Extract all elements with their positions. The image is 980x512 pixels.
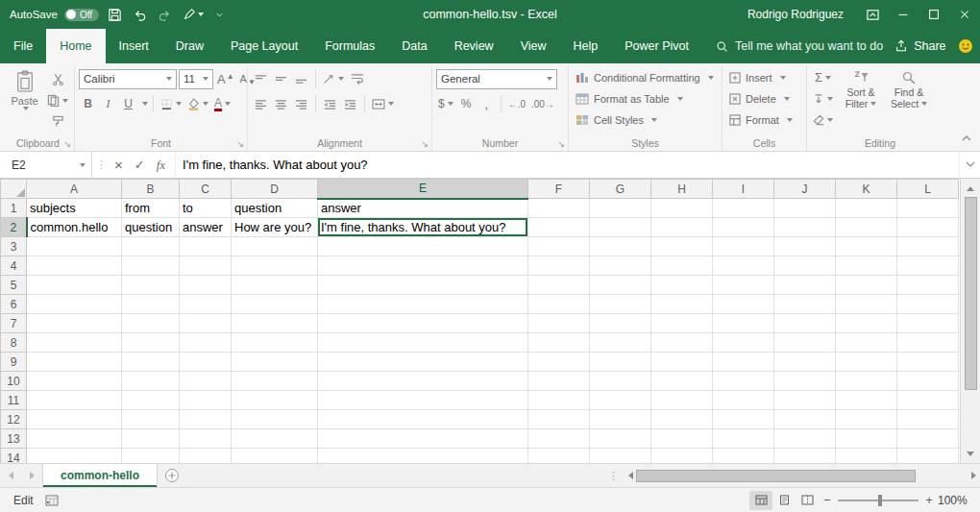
cell-B5[interactable] — [122, 276, 180, 295]
font-name-select[interactable]: Calibri — [79, 69, 177, 89]
cell-H8[interactable] — [651, 333, 713, 353]
cell-K6[interactable] — [836, 295, 897, 314]
cell-F3[interactable] — [528, 237, 590, 256]
cell-K11[interactable] — [836, 391, 897, 410]
cell-I3[interactable] — [713, 237, 774, 256]
sheet-nav-right-button[interactable] — [21, 464, 42, 487]
cell-I10[interactable] — [713, 372, 774, 391]
cell-F8[interactable] — [528, 333, 590, 353]
cell-B6[interactable] — [122, 295, 180, 314]
cell-A12[interactable] — [27, 410, 122, 429]
cell-B10[interactable] — [122, 372, 180, 391]
cell-L2[interactable] — [897, 218, 959, 237]
tab-file[interactable]: File — [0, 29, 46, 63]
cell-E6[interactable] — [318, 295, 528, 314]
cell-J14[interactable] — [774, 449, 836, 464]
cell-K3[interactable] — [836, 237, 897, 256]
cell-D11[interactable] — [232, 391, 318, 410]
row-header-1[interactable]: 1 — [1, 199, 27, 218]
cell-L8[interactable] — [897, 333, 959, 353]
cell-L1[interactable] — [897, 199, 959, 218]
cell-J6[interactable] — [774, 295, 836, 314]
cell-I2[interactable] — [713, 218, 774, 237]
cell-H7[interactable] — [651, 314, 713, 333]
normal-view-button[interactable] — [749, 491, 772, 510]
cell-E14[interactable] — [318, 449, 528, 464]
cancel-entry-button[interactable]: × — [114, 157, 123, 173]
cell-L14[interactable] — [897, 449, 959, 464]
cell-F6[interactable] — [528, 295, 590, 314]
cell-H4[interactable] — [651, 256, 713, 276]
cell-G1[interactable] — [590, 199, 651, 218]
cell-L10[interactable] — [897, 372, 959, 391]
cell-F1[interactable] — [528, 199, 590, 218]
formula-bar-expand-button[interactable] — [959, 152, 980, 178]
insert-cells-button[interactable]: Insert — [726, 67, 789, 87]
autosave-toggle[interactable]: Off — [64, 9, 99, 21]
cell-H13[interactable] — [651, 429, 713, 449]
cell-L13[interactable] — [897, 429, 959, 449]
cell-K1[interactable] — [836, 199, 897, 218]
italic-button[interactable]: I — [99, 94, 117, 114]
cell-B7[interactable] — [122, 314, 180, 333]
find-select-button[interactable]: Find & Select — [887, 67, 931, 110]
alignment-dialog-launcher[interactable]: ↘ — [421, 140, 429, 149]
row-header-2[interactable]: 2 — [1, 218, 27, 237]
undo-button[interactable] — [131, 6, 149, 24]
cell-H11[interactable] — [651, 391, 713, 410]
cell-A8[interactable] — [27, 333, 122, 353]
align-middle-button[interactable] — [272, 69, 290, 89]
cell-E1[interactable]: answer — [318, 199, 528, 218]
user-name[interactable]: Rodrigo Rodriguez — [747, 8, 844, 21]
cell-E8[interactable] — [318, 333, 528, 353]
cell-I14[interactable] — [713, 449, 774, 464]
save-button[interactable] — [106, 6, 124, 24]
font-size-select[interactable]: 11 — [179, 69, 213, 89]
cell-D7[interactable] — [232, 314, 318, 333]
column-header-E[interactable]: E — [318, 180, 528, 199]
cell-G13[interactable] — [590, 429, 651, 449]
share-button[interactable]: Share — [883, 29, 957, 63]
cell-K8[interactable] — [836, 333, 897, 353]
cell-G6[interactable] — [590, 295, 651, 314]
row-header-11[interactable]: 11 — [1, 391, 27, 410]
cell-J2[interactable] — [774, 218, 836, 237]
cell-B3[interactable] — [122, 237, 180, 256]
cell-E9[interactable] — [318, 353, 528, 372]
borders-button[interactable] — [159, 94, 184, 114]
underline-button[interactable]: U — [119, 94, 137, 114]
decrease-decimal-button[interactable]: .00→ — [529, 94, 556, 114]
column-header-K[interactable]: K — [836, 180, 897, 199]
cell-I4[interactable] — [713, 256, 774, 276]
clipboard-dialog-launcher[interactable]: ↘ — [63, 140, 71, 149]
tab-help[interactable]: Help — [560, 29, 612, 63]
autosum-button[interactable]: Σ — [811, 67, 835, 87]
row-header-3[interactable]: 3 — [1, 237, 27, 256]
column-header-L[interactable]: L — [897, 180, 959, 199]
cell-D6[interactable] — [232, 295, 318, 314]
tab-draw[interactable]: Draw — [162, 29, 217, 63]
cell-I7[interactable] — [713, 314, 774, 333]
column-header-I[interactable]: I — [713, 180, 774, 199]
percent-format-button[interactable]: % — [457, 94, 476, 114]
insert-function-button[interactable]: fx — [157, 158, 165, 173]
column-header-C[interactable]: C — [180, 180, 232, 199]
cell-I12[interactable] — [713, 410, 774, 429]
tab-power-pivot[interactable]: Power Pivot — [611, 29, 702, 63]
zoom-slider-thumb[interactable] — [878, 495, 882, 506]
cell-A2[interactable]: common.hello — [27, 218, 122, 237]
cell-B1[interactable]: from — [122, 199, 180, 218]
cell-F4[interactable] — [528, 256, 590, 276]
cell-A14[interactable] — [27, 449, 122, 464]
redo-button[interactable] — [156, 6, 174, 24]
cell-styles-button[interactable]: Cell Styles — [573, 110, 660, 130]
cell-H1[interactable] — [651, 199, 713, 218]
cell-C10[interactable] — [180, 372, 232, 391]
sheet-tab-common-hello[interactable]: common-hello — [42, 464, 158, 487]
orientation-button[interactable] — [321, 69, 346, 89]
cell-E4[interactable] — [318, 256, 528, 276]
cell-G8[interactable] — [590, 333, 651, 353]
cell-J7[interactable] — [774, 314, 836, 333]
cell-D10[interactable] — [232, 372, 318, 391]
scroll-left-icon[interactable] — [628, 472, 633, 479]
